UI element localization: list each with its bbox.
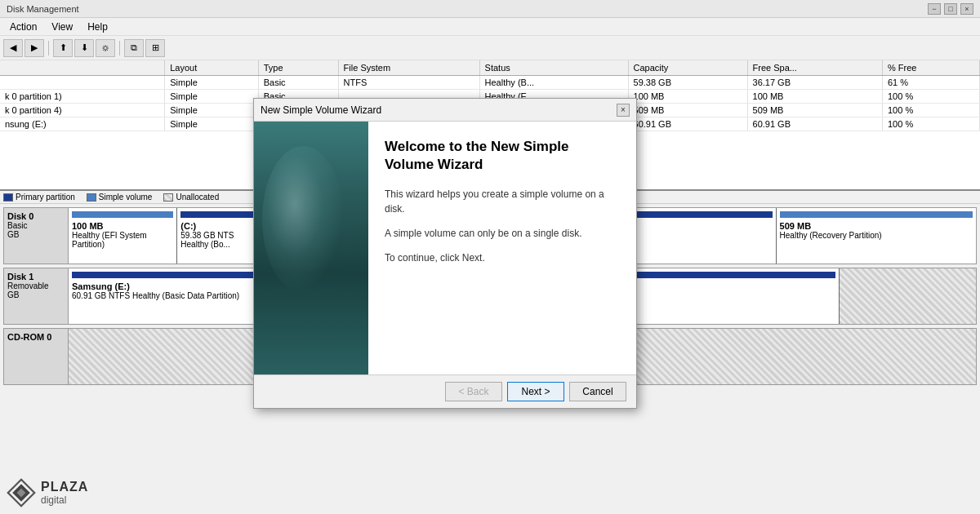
col-status: Status [479,60,628,76]
logo-text: PLAZA digital [41,480,88,506]
col-free: Free Spa... [747,60,882,76]
disk-size: GB [7,290,65,299]
cell-name [0,76,165,90]
dialog-title: New Simple Volume Wizard [261,104,381,116]
legend-unallocated: Unallocated [163,193,219,202]
partition[interactable] [840,268,976,324]
next-button[interactable]: Next > [507,382,564,401]
partition-status: Healthy (EFI System Partition) [72,231,173,249]
col-layout: Layout [165,60,258,76]
window-title: Disk Management [7,4,79,14]
disk-size: GB [7,230,65,239]
partition-bar [843,272,973,278]
cell-capacity: 59.38 GB [628,76,747,90]
disk-label: CD-ROM 0 [3,328,69,385]
col-capacity: Capacity [628,60,747,76]
logo-area: PLAZA digital [7,478,88,507]
col-type: Type [258,60,338,76]
toolbar-btn-3[interactable]: ⬆ [53,39,73,57]
disk-label: Disk 1 Removable GB [3,268,69,325]
dialog-welcome-title: Welcome to the New Simple Volume Wizard [385,138,620,174]
menu-help[interactable]: Help [81,20,114,34]
dialog-desc-2: A simple volume can only be on a single … [385,226,620,241]
col-filesystem: File System [338,60,479,76]
disk-label: Disk 0 Basic GB [3,207,69,264]
logo-tagline: digital [41,494,88,506]
toolbar-sep-2 [119,41,120,55]
menu-view[interactable]: View [45,20,79,34]
dialog-left-panel [254,122,368,374]
dialog-close-button[interactable]: × [617,104,630,117]
toolbar-btn-4[interactable]: ⬇ [74,39,94,57]
partition[interactable]: 100 MBHealthy (EFI System Partition) [69,208,177,264]
col-name [0,60,165,76]
cell-filesystem: NTFS [338,76,479,90]
cell-name: nsung (E:) [0,117,165,131]
toolbar-btn-back[interactable]: ◀ [3,39,23,57]
dialog-footer: < Back Next > Cancel [254,374,636,408]
disk-label-name: CD-ROM 0 [7,332,65,342]
dialog-desc-1: This wizard helps you create a simple vo… [385,187,620,216]
dialog-right-panel: Welcome to the New Simple Volume Wizard … [368,122,636,374]
window-controls: − □ × [928,3,973,15]
table-row[interactable]: Simple Basic NTFS Healthy (B... 59.38 GB… [0,76,980,90]
cell-name: k 0 partition 1) [0,90,165,104]
partition[interactable]: 509 MBHealthy (Recovery Partition) [777,208,976,264]
back-button[interactable]: < Back [445,382,502,401]
legend-box-primary [3,193,13,202]
disk-label-name: Disk 1 [7,272,65,281]
partition-bar [780,211,973,218]
close-btn[interactable]: × [960,3,973,15]
plaza-logo-icon [7,478,36,507]
cell-layout: Simple [165,117,258,131]
disk-label-name: Disk 0 [7,211,65,221]
cell-type: Basic [258,76,338,90]
toolbar-btn-5[interactable]: ⛭ [96,39,115,57]
logo-name: PLAZA [41,480,88,494]
cell-layout: Simple [165,90,258,104]
legend-simple: Simple volume [87,193,153,202]
cell-free: 36.17 GB [747,76,882,90]
partition-name: 100 MB [72,221,173,231]
toolbar-btn-7[interactable]: ⊞ [145,39,165,57]
cell-pct: 100 % [882,117,979,131]
cell-free: 60.91 GB [747,117,882,131]
toolbar: ◀ ▶ ⬆ ⬇ ⛭ ⧉ ⊞ [0,36,980,60]
dialog-titlebar: New Simple Volume Wizard × [254,99,636,122]
cell-capacity: 60.91 GB [628,117,747,131]
menu-action[interactable]: Action [3,20,43,34]
legend-label-unallocated: Unallocated [176,193,219,202]
cell-free: 509 MB [747,104,882,117]
legend-box-unallocated [163,193,173,202]
toolbar-sep-1 [48,41,49,55]
col-pct: % Free [882,60,979,76]
legend-box-simple [87,193,96,202]
toolbar-btn-6[interactable]: ⧉ [124,39,144,57]
dialog-desc-3: To continue, click Next. [385,250,620,265]
toolbar-btn-forward[interactable]: ▶ [24,39,44,57]
partition-bar [72,211,173,218]
title-bar: Disk Management − □ × [0,0,980,18]
cell-layout: Simple [165,104,258,117]
menu-bar: Action View Help [0,18,980,36]
cell-pct: 61 % [882,76,979,90]
cell-pct: 100 % [882,104,979,117]
legend-label-simple: Simple volume [99,193,153,202]
cell-capacity: 509 MB [628,104,747,117]
partition-name: 509 MB [780,221,973,231]
restore-btn[interactable]: □ [944,3,957,15]
cell-pct: 100 % [882,90,979,104]
cell-layout: Simple [165,76,258,90]
disk-sublabel: Basic [7,221,65,230]
cancel-button[interactable]: Cancel [569,382,626,401]
legend-label-primary: Primary partition [16,193,75,202]
legend-primary: Primary partition [3,193,75,202]
cell-name: k 0 partition 4) [0,104,165,117]
cell-capacity: 100 MB [628,90,747,104]
dialog-body: Welcome to the New Simple Volume Wizard … [254,122,636,374]
cell-free: 100 MB [747,90,882,104]
disk-sublabel: Removable [7,281,65,290]
minimize-btn[interactable]: − [928,3,941,15]
wizard-dialog: New Simple Volume Wizard × Welcome to th… [253,98,637,409]
partition-status: Healthy (Recovery Partition) [780,231,973,240]
